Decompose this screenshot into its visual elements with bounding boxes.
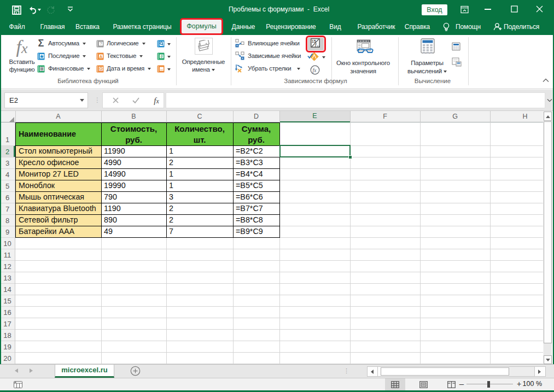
- svg-text:?: ?: [100, 41, 102, 46]
- svg-text:A: A: [100, 54, 103, 59]
- svg-text:...: ...: [160, 67, 164, 71]
- svg-text:x: x: [317, 44, 319, 48]
- svg-text:fx: fx: [313, 68, 317, 73]
- svg-text:θ: θ: [161, 54, 163, 59]
